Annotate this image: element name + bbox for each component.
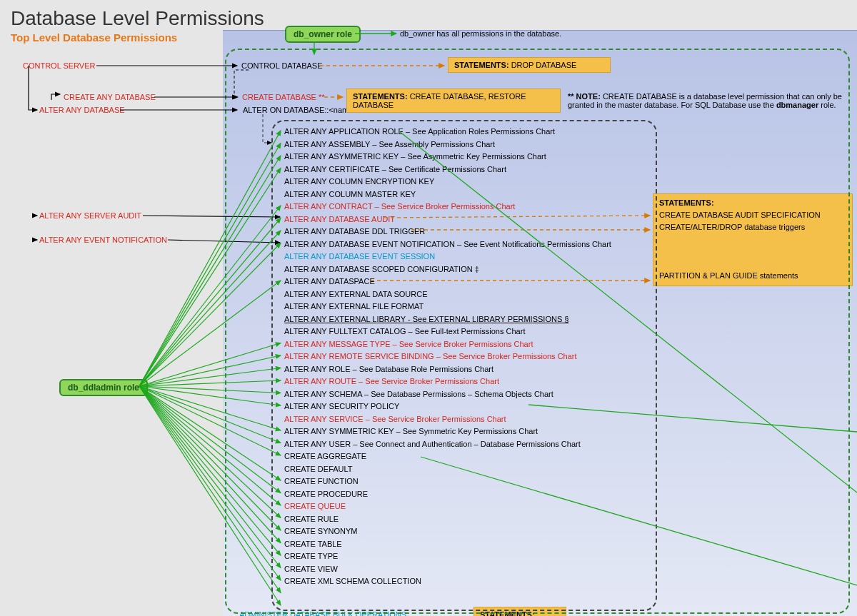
perm-item: ALTER ANY DATABASE DDL TRIGGER	[284, 226, 611, 238]
perm-item: ALTER ANY SERVICE – See Service Broker P…	[284, 413, 611, 426]
perm-item: ALTER ANY DATABASE AUDIT	[284, 213, 611, 226]
perm-item: ALTER ANY SECURITY POLICY	[284, 400, 611, 413]
perm-item: ALTER ANY USER – See Connect and Authent…	[284, 438, 611, 451]
perm-item: ALTER ANY DATABASE EVENT SESSION	[284, 251, 611, 263]
control-server: CONTROL SERVER	[23, 61, 95, 70]
perm-item: ALTER ANY DATASPACE	[284, 276, 611, 288]
perm-item: ALTER ANY CERTIFICATE – See Certificate …	[284, 163, 611, 176]
create-any-database: CREATE ANY DATABASE	[64, 93, 156, 101]
perm-item: ALTER ANY COLUMN MASTER KEY	[284, 188, 611, 201]
perm-item: ALTER ANY FULLTEXT CATALOG – See Full-te…	[284, 325, 611, 338]
drop-db-statement: STATEMENTS: DROP DATABASE	[448, 57, 611, 73]
perm-item: ALTER ANY COLUMN ENCRYPTION KEY	[284, 176, 611, 188]
perm-item: ALTER ANY ROLE – See Database Role Permi…	[284, 363, 611, 376]
db-owner-role-badge: db_owner role	[285, 26, 361, 43]
perm-item: ALTER ANY DATABASE SCOPED CONFIGURATION …	[284, 263, 611, 276]
perm-item: CREATE AGGREGATE	[284, 450, 611, 463]
perm-item: CREATE QUEUE	[284, 500, 611, 513]
perm-item: ALTER ANY APPLICATION ROLE – See Applica…	[284, 126, 611, 138]
right-statements: STATEMENTS: CREATE DATABASE AUDIT SPECIF…	[653, 193, 853, 286]
alter-any-event-notification: ALTER ANY EVENT NOTIFICATION	[39, 236, 167, 244]
alter-any-server-audit: ALTER ANY SERVER AUDIT	[39, 211, 141, 220]
alter-any-database: ALTER ANY DATABASE	[39, 106, 125, 114]
perm-item: ALTER ANY EXTERNAL FILE FORMAT	[284, 301, 611, 313]
create-db-statement: STATEMENTS: CREATE DATABASE, RESTORE DAT…	[346, 89, 561, 113]
perm-item: CREATE DEFAULT	[284, 463, 611, 476]
perm-item: CREATE SYNONYM	[284, 525, 611, 538]
permission-list: ALTER ANY APPLICATION ROLE – See Applica…	[284, 126, 611, 588]
page-title: Database Level Permissions	[0, 0, 857, 31]
perm-item: ALTER ANY REMOTE SERVICE BINDING – See S…	[284, 350, 611, 363]
perm-item: ALTER ANY SCHEMA – See Database Permissi…	[284, 388, 611, 401]
create-database: CREATE DATABASE **	[242, 93, 325, 101]
perm-item: CREATE TABLE	[284, 538, 611, 551]
perm-item: CREATE PROCEDURE	[284, 488, 611, 501]
perm-item: CREATE TYPE	[284, 550, 611, 563]
db-owner-note: db_owner has all permissions in the data…	[400, 29, 561, 38]
perm-item: ALTER ANY ASYMMETRIC KEY – See Asymmetri…	[284, 151, 611, 163]
perm-item: ALTER ANY ROUTE – See Service Broker Per…	[284, 375, 611, 388]
perm-item: CREATE VIEW	[284, 563, 611, 576]
control-database: CONTROL DATABASE	[241, 61, 322, 70]
create-db-note: ** NOTE: CREATE DATABASE is a database l…	[568, 92, 853, 109]
perm-item: ALTER ANY ASSEMBLY – See Assembly Permis…	[284, 138, 611, 151]
perm-item: CREATE XML SCHEMA COLLECTION	[284, 575, 611, 588]
perm-item: CREATE RULE	[284, 513, 611, 526]
perm-item: ALTER ANY DATABASE EVENT NOTIFICATION – …	[284, 238, 611, 251]
perm-item: ALTER ANY EXTERNAL DATA SOURCE	[284, 288, 611, 301]
admin-bulk-ops: ADMINISTER DATABASE BULK OPERATIONS	[239, 610, 406, 616]
db-ddladmin-role-badge: db_ddladmin role	[59, 379, 148, 396]
perm-item: ALTER ANY MESSAGE TYPE – See Service Bro…	[284, 338, 611, 351]
perm-item: ALTER ANY CONTRACT – See Service Broker …	[284, 201, 611, 213]
bottom-statements: STATEMENTS:	[473, 607, 566, 616]
perm-item: ALTER ANY SYMMETRIC KEY – See Symmetric …	[284, 425, 611, 438]
alter-on-database: ALTER ON DATABASE::<name>	[243, 106, 358, 114]
perm-item: ALTER ANY EXTERNAL LIBRARY - See EXTERNA…	[284, 313, 611, 326]
perm-item: CREATE FUNCTION	[284, 475, 611, 488]
